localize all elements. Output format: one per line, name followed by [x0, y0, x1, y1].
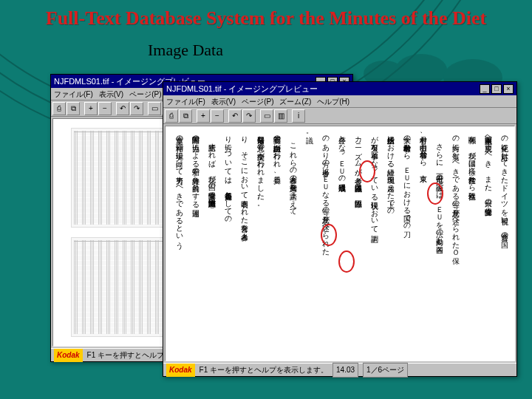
rotate-left-button[interactable]: ↶ — [116, 102, 129, 115]
copy-button[interactable]: ⧉ — [66, 102, 80, 115]
menu-item[interactable]: 表示(V) — [211, 95, 236, 108]
zoom-in-button[interactable]: + — [197, 109, 210, 123]
info-button[interactable]: i — [292, 109, 305, 123]
print-button[interactable]: ⎙ — [52, 102, 66, 115]
text-column: 毎回活発な意見の交換が行われました。。 — [248, 131, 265, 356]
highlight-circle — [359, 160, 375, 183]
status-page: 1／6ページ — [363, 363, 408, 378]
menu-item[interactable]: 表示(V) — [99, 88, 123, 100]
text-column: 大学の中村民雄君から、ＥＵにおける国での刀 — [395, 131, 411, 356]
zoom-in-button[interactable]: + — [84, 102, 98, 115]
close-button[interactable]: × — [503, 84, 514, 94]
text-column: 総括所信における経緯、国境を越えた上での — [378, 131, 395, 356]
status-zoom: 14.03 — [332, 363, 358, 378]
print-button[interactable]: ⎙ — [165, 109, 178, 123]
document-page-content[interactable]: の変化に対応してきたドイツを視習い、普通の国主主義国家へ脱皮すべき、また、日米の… — [165, 126, 515, 361]
menu-item[interactable]: ページ(P) — [242, 95, 273, 108]
text-column: 主主義国家へ脱皮すべき、また、日米の安全保障 — [476, 131, 492, 356]
text-column: り、そこにおいて表明された発言を参考人 — [232, 131, 248, 356]
text-column: り方については、箇委員長等としての — [216, 131, 232, 356]
window-title: NJFDMLS01.tif - イメージングプレビュー — [166, 82, 478, 95]
kodak-badge: Kodak — [166, 364, 195, 377]
text-column: 中村君、中山君、仙谷君から、東京 — [411, 131, 427, 356]
copy-button[interactable]: ⧉ — [179, 109, 192, 123]
rotate-left-button[interactable]: ↶ — [228, 109, 242, 123]
text-column: これらの参考人の御意見を踏まえて、 — [281, 131, 297, 356]
text-column: 憲章の精神の実現に向けて努力すべきであるという — [167, 131, 183, 356]
menu-item[interactable]: ヘルプ(H) — [317, 95, 349, 108]
page-button[interactable]: ▥ — [274, 109, 287, 123]
text-column: カニズムが参考、各国協議は、国際協 — [346, 131, 362, 356]
menubar[interactable]: ファイル(F) 表示(V) ページ(P) ズーム(Z) ヘルプ(H) — [163, 95, 516, 108]
fit-button[interactable]: ▭ — [148, 102, 161, 115]
minimize-button[interactable]: _ — [480, 84, 490, 94]
slide-title: Full-Text Database System for the Minute… — [0, 7, 532, 30]
text-column: の方向に進むべきである等の意見が述べられたＯ保 — [443, 131, 460, 356]
text-column: さらに、七月十一日の会議では、ＥＵを法の動向と各国 — [427, 131, 443, 356]
toolbar: ⎙ ⧉ + − ↶ ↷ ▭ ▥ i — [163, 108, 516, 124]
menu-item[interactable]: ファイル(F) — [54, 88, 93, 100]
statusbar: Kodak F1 キーを押すとヘルプを表示します。 14.03 1／6ページ — [163, 363, 516, 376]
rotate-right-button[interactable]: ↷ — [130, 102, 143, 115]
text-column: 委員間の自由討議が行われ、委員、、 — [265, 131, 281, 356]
status-text: F1 キーを押すとヘルプを表示します。 — [200, 364, 328, 377]
image-viewer-window-front: NJFDMLS01.tif - イメージングプレビュー _ □ × ファイル(F… — [163, 81, 517, 377]
slide-subtitle: Image Data — [148, 41, 223, 60]
highlight-circle — [338, 250, 355, 273]
fit-button[interactable]: ▭ — [260, 109, 273, 123]
zoom-out-button[interactable]: − — [98, 102, 112, 115]
zoom-out-button[interactable]: − — [211, 109, 224, 123]
rotate-right-button[interactable]: ↷ — [242, 109, 256, 123]
text-column: 国際間の協力による平和の維持を目的とする国連 — [183, 131, 200, 356]
text-column: の変化に対応してきたドイツを視習い、普通の国 — [492, 131, 508, 356]
menu-item[interactable]: ファイル(F) — [166, 95, 205, 108]
highlight-circle — [321, 224, 337, 246]
text-column: 議。 — [297, 131, 313, 356]
text-column: 関係を。我が国は徐々に片務性から双務性 — [460, 131, 476, 356]
maximize-button[interactable]: □ — [491, 84, 502, 94]
kodak-badge: Kodak — [54, 349, 83, 362]
menu-item[interactable]: ズーム(Z) — [279, 95, 311, 108]
menu-item[interactable]: ページ(P) — [129, 88, 161, 100]
highlight-circle — [427, 183, 443, 205]
text-column: 総括すれば、我が国の安全保障、国際協力憲法や — [200, 131, 216, 356]
titlebar[interactable]: NJFDMLS01.tif - イメージングプレビュー _ □ × — [163, 82, 516, 95]
